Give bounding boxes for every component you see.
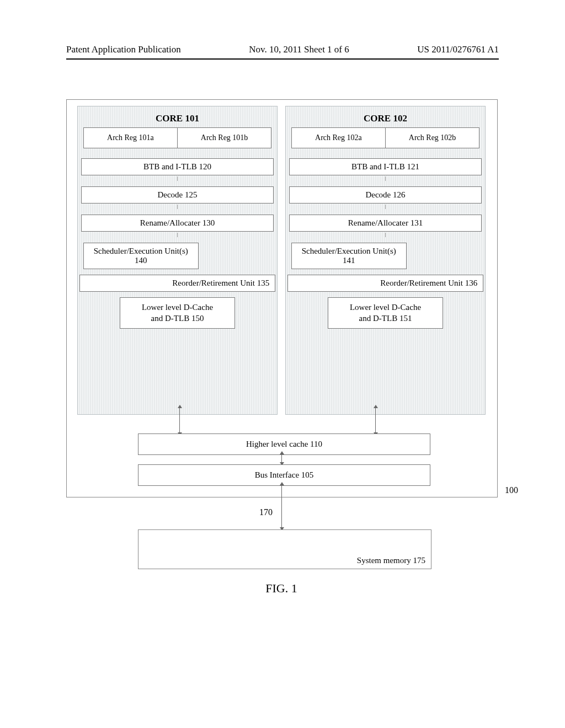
- header-right: US 2011/0276761 A1: [417, 44, 499, 55]
- connector-icon: [385, 176, 386, 181]
- page-header: Patent Application Publication Nov. 10, …: [66, 44, 499, 60]
- chip-ref-label: 100: [505, 485, 518, 495]
- system-memory: System memory 175: [138, 529, 431, 569]
- connector-icon: [177, 176, 178, 181]
- arch-reg-row: Arch Reg 102a Arch Reg 102b: [291, 127, 479, 148]
- decode-block: Decode 125: [81, 186, 274, 204]
- connector-icon: [385, 205, 386, 209]
- arch-reg-a: Arch Reg 101a: [84, 128, 178, 148]
- header-middle: Nov. 10, 2011 Sheet 1 of 6: [249, 44, 349, 55]
- reorder-block: Reorder/Retirement Unit 136: [287, 275, 483, 292]
- core-101: CORE 101 Arch Reg 101a Arch Reg 101b BTB…: [77, 106, 278, 415]
- arch-reg-row: Arch Reg 101a Arch Reg 101b: [83, 127, 271, 148]
- dcache-block: Lower level D-Cache and D-TLB 151: [328, 297, 443, 329]
- scheduler-block: Scheduler/Execution Unit(s) 141: [291, 243, 407, 269]
- page: Patent Application Publication Nov. 10, …: [0, 0, 565, 728]
- arrow-icon: [179, 408, 180, 432]
- rename-block: Rename/Allocater 130: [81, 215, 274, 232]
- rename-block: Rename/Allocater 131: [289, 215, 482, 232]
- btb-itlb: BTB and I-TLB 121: [289, 158, 482, 175]
- core-102: CORE 102 Arch Reg 102a Arch Reg 102b BTB…: [285, 106, 486, 415]
- arch-reg-a: Arch Reg 102a: [292, 128, 386, 148]
- bus-ref-label: 170: [259, 507, 273, 517]
- reorder-block: Reorder/Retirement Unit 135: [79, 275, 275, 292]
- dcache-block: Lower level D-Cache and D-TLB 150: [120, 297, 235, 329]
- higher-level-cache: Higher level cache 110: [138, 433, 430, 455]
- cores-row: CORE 101 Arch Reg 101a Arch Reg 101b BTB…: [77, 106, 486, 415]
- decode-block: Decode 126: [289, 186, 482, 204]
- connector-icon: [177, 205, 178, 209]
- core-title: CORE 101: [156, 113, 199, 124]
- arrow-icon: [281, 454, 282, 462]
- arch-reg-b: Arch Reg 101b: [178, 128, 271, 148]
- connector-icon: [177, 233, 178, 237]
- figure-caption: FIG. 1: [66, 581, 497, 596]
- bus-interface: Bus Interface 105: [138, 464, 430, 486]
- header-left: Patent Application Publication: [66, 44, 181, 55]
- arch-reg-b: Arch Reg 102b: [386, 128, 479, 148]
- scheduler-block: Scheduler/Execution Unit(s) 140: [83, 243, 199, 269]
- core-title: CORE 102: [364, 113, 407, 124]
- btb-itlb: BTB and I-TLB 120: [81, 158, 274, 175]
- arrow-icon: [375, 408, 376, 432]
- system-memory-label: System memory 175: [357, 556, 425, 565]
- arrow-icon: [281, 485, 282, 527]
- figure-area: CORE 101 Arch Reg 101a Arch Reg 101b BTB…: [66, 99, 497, 618]
- connector-icon: [385, 233, 386, 237]
